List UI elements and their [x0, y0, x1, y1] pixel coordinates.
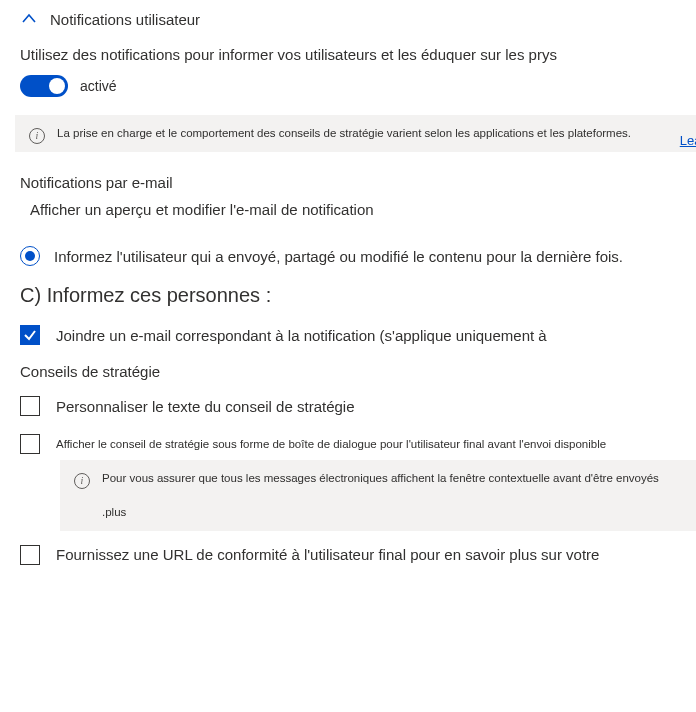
info-text-more[interactable]: .plus — [102, 504, 126, 521]
toggle-label: activé — [80, 78, 117, 94]
section-title: Notifications utilisateur — [50, 11, 200, 28]
info-text-main: Pour vous assurer que tous les messages … — [102, 472, 659, 484]
toggle-knob — [49, 78, 65, 94]
info-text: La prise en charge et le comportement de… — [57, 125, 682, 142]
email-notifications-heading: Notifications par e-mail — [20, 174, 696, 191]
checkbox-unchecked[interactable] — [20, 545, 40, 565]
attach-email-checkbox-row[interactable]: Joindre un e-mail correspondant à la not… — [20, 325, 696, 345]
customize-tip-label: Personnaliser le texte du conseil de str… — [56, 398, 355, 415]
attach-email-label: Joindre un e-mail correspondant à la not… — [56, 327, 547, 344]
preview-email-link[interactable]: Afficher un aperçu et modifier l'e-mail … — [30, 201, 696, 218]
section-description: Utilisez des notifications pour informer… — [20, 46, 696, 63]
info-text-popup: Pour vous assurer que tous les messages … — [102, 470, 682, 521]
section-header[interactable]: Notifications utilisateur — [20, 10, 696, 28]
info-icon: i — [29, 128, 45, 144]
policy-tips-heading: Conseils de stratégie — [20, 363, 696, 380]
notify-people-heading: C) Informez ces personnes : — [20, 284, 696, 307]
radio-dot — [25, 251, 35, 261]
chevron-up-icon — [20, 10, 38, 28]
notifications-toggle[interactable] — [20, 75, 68, 97]
dialog-tip-label: Afficher le conseil de stratégie sous fo… — [56, 438, 606, 450]
checkbox-unchecked[interactable] — [20, 396, 40, 416]
notify-last-user-radio-row[interactable]: Informez l'utilisateur qui a envoyé, par… — [20, 246, 696, 266]
compliance-url-checkbox-row[interactable]: Fournissez une URL de conformité à l'uti… — [20, 545, 696, 565]
info-box-popup: i Pour vous assurer que tous les message… — [60, 460, 696, 531]
checkbox-checked[interactable] — [20, 325, 40, 345]
checkbox-unchecked[interactable] — [20, 434, 40, 454]
radio-label: Informez l'utilisateur qui a envoyé, par… — [54, 248, 623, 265]
info-icon: i — [74, 473, 90, 489]
customize-tip-checkbox-row[interactable]: Personnaliser le texte du conseil de str… — [20, 396, 696, 416]
radio-selected[interactable] — [20, 246, 40, 266]
compliance-url-label: Fournissez une URL de conformité à l'uti… — [56, 546, 599, 563]
dialog-tip-checkbox-row[interactable]: Afficher le conseil de stratégie sous fo… — [20, 434, 696, 454]
toggle-row: activé — [20, 75, 696, 97]
info-box-platforms: i La prise en charge et le comportement … — [15, 115, 696, 152]
learn-link[interactable]: Learn w — [680, 133, 696, 148]
